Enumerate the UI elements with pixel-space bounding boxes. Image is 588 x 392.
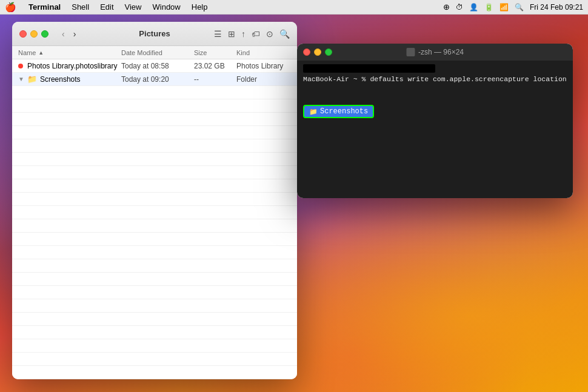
terminal-body[interactable]: MacBook-Air ~ % defaults write com.apple… xyxy=(297,61,573,198)
control-center-icon[interactable]: ⊕ xyxy=(443,2,450,12)
empty-row xyxy=(12,126,297,139)
menubar-right: ⊕ ⏱ 👤 🔋 📶 🔍 Fri 24 Feb 09:21 xyxy=(443,2,583,12)
action-icon[interactable]: ⊙ xyxy=(266,29,273,39)
file-size-cell: 23.02 GB xyxy=(194,62,236,70)
terminal-window: -zsh — 96×24 MacBook-Air ~ % defaults wr… xyxy=(297,44,573,198)
terminal-prompt-line: MacBook-Air ~ % defaults write com.apple… xyxy=(303,75,567,83)
empty-row xyxy=(12,246,297,259)
empty-row xyxy=(12,326,297,339)
terminal-drop-area: 📁 Screenshots xyxy=(303,95,567,118)
terminal-maximize-button[interactable] xyxy=(325,48,332,56)
wifi-icon[interactable]: 📶 xyxy=(499,3,509,12)
finder-file-list: Photos Library.photoslibrary Today at 08… xyxy=(12,59,297,379)
finder-titlebar: ‹ › Pictures ☰ ⊞ ↑ 🏷 ⊙ 🔍 xyxy=(12,22,297,46)
empty-row xyxy=(12,139,297,153)
col-size-header[interactable]: Size xyxy=(194,49,236,56)
empty-list-area xyxy=(12,86,297,379)
col-name-header[interactable]: Name ▲ xyxy=(18,49,121,56)
back-button[interactable]: ‹ xyxy=(59,28,67,40)
search-icon[interactable]: 🔍 xyxy=(515,3,524,12)
menubar: 🍎 Terminal Shell Edit View Window Help ⊕… xyxy=(0,0,588,15)
folder-icon: 📁 xyxy=(27,75,37,84)
close-button[interactable] xyxy=(19,30,27,38)
empty-row xyxy=(12,313,297,326)
terminal-icon xyxy=(406,48,415,56)
col-date-header[interactable]: Date Modified xyxy=(121,49,194,56)
search-icon[interactable]: 🔍 xyxy=(279,29,290,39)
clock-icon[interactable]: ⏱ xyxy=(456,3,463,12)
folder-kind-cell: Folder xyxy=(236,75,291,84)
empty-row xyxy=(12,353,297,366)
menu-edit[interactable]: Edit xyxy=(99,2,115,12)
finder-column-headers: Name ▲ Date Modified Size Kind xyxy=(12,46,297,59)
file-name-cell: Photos Library.photoslibrary xyxy=(18,62,121,70)
folder-date-cell: Today at 09:20 xyxy=(121,75,194,84)
folder-badge-icon: 📁 xyxy=(309,108,318,116)
empty-row xyxy=(12,179,297,193)
col-kind-header[interactable]: Kind xyxy=(236,49,291,56)
terminal-close-button[interactable] xyxy=(303,48,310,56)
folder-name-cell: ▼ 📁 Screenshots xyxy=(18,75,121,84)
table-row[interactable]: ▼ 📁 Screenshots Today at 09:20 -- Folder xyxy=(12,73,297,86)
photos-icon xyxy=(18,64,23,68)
empty-row xyxy=(12,286,297,299)
empty-row xyxy=(12,366,297,379)
disclosure-arrow-icon: ▼ xyxy=(18,76,24,82)
battery-icon[interactable]: 🔋 xyxy=(484,3,493,12)
apple-menu[interactable]: 🍎 xyxy=(5,2,16,13)
empty-row xyxy=(12,166,297,179)
terminal-titlebar: -zsh — 96×24 xyxy=(297,44,573,61)
minimize-button[interactable] xyxy=(30,30,38,38)
menu-shell[interactable]: Shell xyxy=(70,2,90,12)
empty-row xyxy=(12,113,297,126)
file-date-cell: Today at 08:58 xyxy=(121,62,194,70)
menu-terminal[interactable]: Terminal xyxy=(27,2,62,12)
menu-view[interactable]: View xyxy=(124,2,143,12)
folder-size-cell: -- xyxy=(194,75,236,84)
user-icon[interactable]: 👤 xyxy=(469,3,478,12)
desktop: ‹ › Pictures ☰ ⊞ ↑ 🏷 ⊙ 🔍 Name ▲ Date Mod… xyxy=(0,15,588,392)
tag-icon[interactable]: 🏷 xyxy=(252,29,260,39)
menu-window[interactable]: Window xyxy=(152,2,182,12)
empty-row xyxy=(12,219,297,233)
empty-row xyxy=(12,233,297,246)
empty-row xyxy=(12,339,297,353)
terminal-minimize-button[interactable] xyxy=(314,48,321,56)
finder-toolbar-right: ☰ ⊞ ↑ 🏷 ⊙ 🔍 xyxy=(214,29,290,39)
view-options-icon[interactable]: ☰ xyxy=(214,29,222,39)
empty-row xyxy=(12,86,297,99)
share-icon[interactable]: ↑ xyxy=(241,29,246,39)
terminal-prev-output xyxy=(303,64,435,73)
screenshots-badge[interactable]: 📁 Screenshots xyxy=(303,105,374,118)
maximize-button[interactable] xyxy=(41,30,48,38)
menu-help[interactable]: Help xyxy=(190,2,209,12)
finder-window: ‹ › Pictures ☰ ⊞ ↑ 🏷 ⊙ 🔍 Name ▲ Date Mod… xyxy=(12,22,297,379)
terminal-title: -zsh — 96×24 xyxy=(406,48,464,56)
forward-button[interactable]: › xyxy=(71,28,79,40)
empty-row xyxy=(12,99,297,113)
file-kind-cell: Photos Library xyxy=(236,62,291,70)
empty-row xyxy=(12,299,297,313)
table-row[interactable]: Photos Library.photoslibrary Today at 08… xyxy=(12,59,297,73)
empty-row xyxy=(12,193,297,206)
empty-row xyxy=(12,273,297,286)
finder-nav: ‹ › xyxy=(59,28,78,40)
empty-row xyxy=(12,206,297,219)
empty-row xyxy=(12,153,297,166)
grid-view-icon[interactable]: ⊞ xyxy=(228,29,235,39)
datetime: Fri 24 Feb 09:21 xyxy=(530,3,583,12)
finder-title: Pictures xyxy=(139,29,170,38)
empty-row xyxy=(12,259,297,273)
